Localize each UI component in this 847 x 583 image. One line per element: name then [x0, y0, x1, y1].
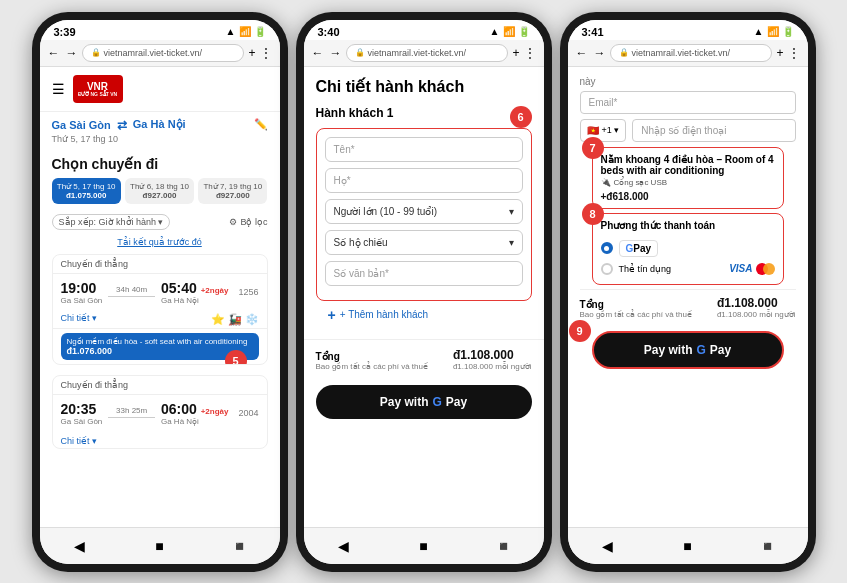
- url-bar-1[interactable]: 🔒 vietnamrail.viet-ticket.vn/: [82, 44, 245, 62]
- pay-button-3[interactable]: Pay with G Pay: [592, 331, 784, 369]
- train-duration-2: 33h 25m: [108, 406, 155, 420]
- train-icon-1: 🚂: [228, 313, 242, 326]
- phone-code-3: +1 ▾: [602, 125, 620, 135]
- total-bar-3: Tổng Bao gồm tất cả các phí và thuế đ1.1…: [580, 289, 796, 325]
- room-title-3: Nằm khoang 4 điều hòa – Room of 4 beds w…: [601, 154, 775, 176]
- date-tab-0[interactable]: Thứ 5, 17 thg 10 đ1.075.000: [52, 178, 121, 204]
- train-duration-1: 34h 40m: [108, 285, 155, 299]
- pay-text-2: Pay with: [380, 395, 429, 409]
- visa-mc-logos: VISA: [729, 263, 774, 275]
- plus-icon-2[interactable]: +: [512, 46, 519, 60]
- pay-button-2[interactable]: Pay with G Pay: [316, 385, 532, 419]
- nav-back-2[interactable]: ◀: [332, 534, 356, 558]
- ten-field[interactable]: Tên*: [325, 137, 523, 162]
- train-arrive-1: 05:40 +2ngày Ga Hà Nội: [161, 280, 229, 305]
- amenity-icons-1: ⭐ 🚂 ❄️: [211, 313, 259, 326]
- so-van-ban-field[interactable]: Số văn bản*: [325, 261, 523, 286]
- plus-icon-3[interactable]: +: [776, 46, 783, 60]
- train-icons-2: Chi tiết ▾: [53, 432, 267, 448]
- form-title-2: Chi tiết hành khách: [316, 77, 532, 96]
- browser-nav-3[interactable]: ← →: [576, 46, 606, 60]
- flag-icon-3: 🇻🇳: [587, 125, 599, 136]
- seat-option-text-1: Ngồi mềm điều hòa - soft seat with air c…: [67, 337, 253, 346]
- menu-icon-1[interactable]: ⋮: [260, 46, 272, 60]
- arrive-station-2: Ga Hà Nội: [161, 417, 229, 426]
- nav-apps-3[interactable]: ◾: [756, 534, 780, 558]
- nav-back-1[interactable]: ◀: [68, 534, 92, 558]
- browser-actions-3[interactable]: + ⋮: [776, 46, 799, 60]
- menu-icon-3[interactable]: ⋮: [788, 46, 800, 60]
- expand-icon-1[interactable]: Chi tiết ▾: [61, 313, 98, 326]
- date-tab-2[interactable]: Thứ 7, 19 thg 10 đ927.000: [198, 178, 267, 204]
- url-text-3: vietnamrail.viet-ticket.vn/: [632, 48, 731, 58]
- vnr-subtext: ĐƯỜNG SẮT VN: [78, 92, 117, 97]
- browser-actions-1[interactable]: + ⋮: [248, 46, 271, 60]
- room-card-3: 7 Nằm khoang 4 điều hòa – Room of 4 beds…: [592, 147, 784, 209]
- status-bar-2: 3:40 ▲ 📶 🔋: [304, 20, 544, 40]
- wifi-icon-3: 📶: [767, 26, 779, 37]
- forward-icon-1[interactable]: →: [66, 46, 78, 60]
- train-card-2: Chuyến đi thẳng 20:35 Ga Sài Gòn 33h 25m: [52, 375, 268, 449]
- nav-apps-2[interactable]: ◾: [492, 534, 516, 558]
- back-icon-1[interactable]: ←: [48, 46, 60, 60]
- edit-icon-1[interactable]: ✏️: [254, 118, 268, 131]
- radio-gpay: [601, 242, 613, 254]
- pay-text-google: Pay: [446, 395, 467, 409]
- menu-hamburger-icon-1[interactable]: ☰: [52, 81, 65, 97]
- url-bar-3[interactable]: 🔒 vietnamrail.viet-ticket.vn/: [610, 44, 773, 62]
- signal-icon-1: ▲: [226, 26, 236, 37]
- nav-home-1[interactable]: ■: [148, 534, 172, 558]
- date-tab-0-label: Thứ 5, 17 thg 10: [56, 182, 117, 191]
- status-icons-3: ▲ 📶 🔋: [754, 26, 794, 37]
- total-amount-col-3: đ1.108.000 đ1.108.000 mỗi người: [717, 296, 796, 319]
- depart-time-1: 19:00: [61, 280, 103, 296]
- browser-nav-2[interactable]: ← →: [312, 46, 342, 60]
- forward-icon-2[interactable]: →: [330, 46, 342, 60]
- add-passenger-label: + Thêm hành khách: [340, 309, 429, 320]
- nav-back-3[interactable]: ◀: [596, 534, 620, 558]
- total-amount-2: đ1.108.000: [453, 348, 532, 362]
- total-per-3: đ1.108.000 mỗi người: [717, 310, 796, 319]
- menu-icon-2[interactable]: ⋮: [524, 46, 536, 60]
- train-main-2: 20:35 Ga Sài Gòn 33h 25m 06:00 +2ngày: [53, 395, 267, 432]
- payment-title-3: Phương thức thanh toán: [601, 220, 775, 231]
- payment-option-credit[interactable]: Thẻ tín dụng VISA: [601, 260, 775, 278]
- date-tab-1[interactable]: Thứ 6, 18 thg 10 đ927.000: [125, 178, 194, 204]
- loai-hanh-khach-select[interactable]: Người lớn (10 - 99 tuổi) ▾: [325, 199, 523, 224]
- mastercard-logo-3: [756, 263, 775, 275]
- train-depart-1: 19:00 Ga Sài Gòn: [61, 280, 103, 305]
- depart-station-1: Ga Sài Gòn: [61, 296, 103, 305]
- add-passenger-btn[interactable]: + + Thêm hành khách: [316, 301, 532, 329]
- back-icon-2[interactable]: ←: [312, 46, 324, 60]
- total-sub-3: Bao gồm tất cả các phí và thuế: [580, 310, 693, 319]
- arrive-time-2: 06:00 +2ngày: [161, 401, 229, 417]
- expand-icon-2[interactable]: Chi tiết ▾: [61, 436, 98, 446]
- date-tab-0-price: đ1.075.000: [56, 191, 117, 200]
- nav-home-2[interactable]: ■: [412, 534, 436, 558]
- chevron-down-icon-1: ▾: [158, 217, 163, 227]
- forward-icon-3[interactable]: →: [594, 46, 606, 60]
- ho-field[interactable]: Họ*: [325, 168, 523, 193]
- train-card-1: Chuyến đi thẳng 19:00 Ga Sài Gòn 34h 40m: [52, 254, 268, 365]
- wifi-icon-2: 📶: [503, 26, 515, 37]
- train-no-2: 2004: [238, 408, 258, 418]
- plus-icon-1[interactable]: +: [248, 46, 255, 60]
- filter-btn-1[interactable]: ⚙ Bộ lọc: [229, 217, 267, 227]
- swap-icon-1[interactable]: ⇄: [117, 118, 127, 132]
- phone-input-3[interactable]: Nhập số điện thoại: [632, 119, 795, 142]
- email-field-3[interactable]: Email*: [580, 91, 796, 114]
- nav-apps-1[interactable]: ◾: [228, 534, 252, 558]
- browser-nav-1[interactable]: ← →: [48, 46, 78, 60]
- room-price-3: +đ618.000: [601, 191, 775, 202]
- loai-tai-lieu-select[interactable]: Số hộ chiếu ▾: [325, 230, 523, 255]
- payment-option-gpay[interactable]: G Pay: [601, 237, 775, 260]
- form-section-2: Chi tiết hành khách Hành khách 1 6 Tên* …: [304, 67, 544, 339]
- browser-actions-2[interactable]: + ⋮: [512, 46, 535, 60]
- nav-home-3[interactable]: ■: [676, 534, 700, 558]
- result-link-1[interactable]: Tải kết quả trước đó: [40, 234, 280, 250]
- url-bar-2[interactable]: 🔒 vietnamrail.viet-ticket.vn/: [346, 44, 509, 62]
- sort-button-1[interactable]: Sắp xếp: Giờ khởi hành ▾: [52, 214, 171, 230]
- back-icon-3[interactable]: ←: [576, 46, 588, 60]
- vnr-logo-area-1: VNR ĐƯỜNG SẮT VN: [73, 75, 123, 103]
- pay-btn-container-3: 9 Pay with G Pay: [580, 331, 796, 369]
